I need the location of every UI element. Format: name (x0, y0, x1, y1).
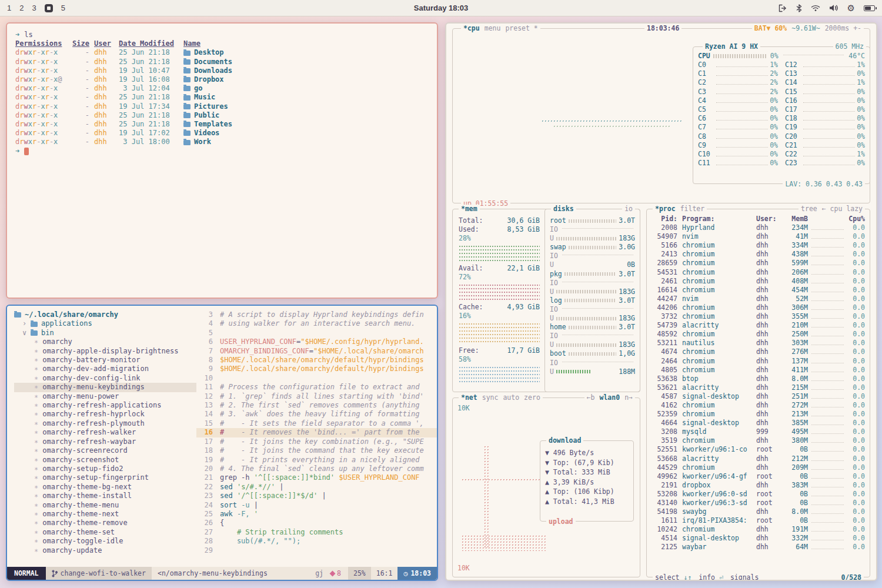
process-row[interactable]: 2461 chromium dhh 408M 0.0 (647, 277, 870, 286)
process-row[interactable]: 49962 kworker/u96:4-gf root 0B 0.0 (647, 472, 870, 481)
workspace-button[interactable]: 3 (32, 4, 36, 12)
process-row[interactable]: 4514 signal-desktop dhh 332M 0.0 (647, 534, 870, 543)
process-row[interactable]: 5166 chromium dhh 334M 0.0 (647, 241, 870, 250)
tree-file-item[interactable]: ∗ omarchy-refresh-applications (14, 401, 196, 410)
io-tab[interactable]: io (622, 205, 635, 213)
process-row[interactable]: 2191 dropbox dhh 383M 0.0 (647, 481, 870, 490)
net-tab[interactable]: zero (524, 393, 540, 402)
info-button[interactable]: info (699, 573, 715, 581)
net-tab[interactable]: *net (461, 393, 477, 402)
code-editor[interactable]: 3 # A script to display Hyprland keybind… (196, 306, 437, 568)
settings-gear-icon[interactable]: ⚙ (847, 4, 855, 12)
update-interval-control[interactable]: 2000ms +- (825, 24, 861, 32)
process-row[interactable]: 3208 mysqld 999 495M 0.0 (647, 427, 870, 436)
process-row[interactable]: 44206 chromium dhh 306M 0.0 (647, 303, 870, 312)
tree-file-item[interactable]: ∗ omarchy-menu-power (14, 392, 196, 401)
process-row[interactable]: 43140 kworker/u96:3-sd root 0B 0.0 (647, 499, 870, 507)
tree-file-item[interactable]: ∗ omarchy-screenshot (14, 456, 196, 465)
process-row[interactable]: 16614 chromium dhh 454M 0.0 (647, 286, 870, 295)
tree-file-item[interactable]: ∗ omarchy-refresh-hyprlock (14, 410, 196, 419)
tree-file-item[interactable]: ∗ omarchy-apple-display-brightness (14, 347, 196, 356)
header-cpu[interactable]: Cpu% (847, 215, 865, 223)
interface-selector[interactable]: ←b wlan0 n→ (584, 393, 635, 402)
process-row[interactable]: 4805 chromium dhh 411M 0.0 (647, 366, 870, 375)
tree-file-item[interactable]: ∗ omarchy-menu-keybindings (14, 383, 196, 392)
net-tab[interactable]: sync (482, 393, 499, 402)
tree-file-item[interactable]: ∗ omarchy-update (14, 546, 196, 555)
process-row[interactable]: 53638 btop dhh 8.0M 0.0 (647, 375, 870, 383)
process-row[interactable]: 4674 chromium dhh 276M 0.0 (647, 348, 870, 356)
process-row[interactable]: 53211 nautilus dhh 303M 0.0 (647, 339, 870, 348)
git-branch[interactable]: change-wofi-to-walker (46, 567, 152, 580)
workspace-button[interactable]: 2 (19, 4, 24, 12)
process-row[interactable]: 4587 signal-desktop dhh 251M 0.0 (647, 392, 870, 401)
process-row[interactable]: 2125 waybar dhh 64M 0.0 (647, 543, 870, 552)
process-row[interactable]: 2413 chromium dhh 438M 0.0 (647, 250, 870, 259)
header-mem[interactable]: MemB (782, 215, 808, 223)
cpu-tab[interactable]: preset * (505, 24, 537, 32)
proc-option[interactable]: ← cpu lazy (822, 205, 863, 213)
terminal-prompt-line[interactable]: ➜ (15, 147, 429, 156)
tree-file-item[interactable]: ∗ omarchy-theme-menu (14, 501, 196, 510)
process-row[interactable]: 44247 nvim dhh 52M 0.0 (647, 295, 870, 303)
proc-tab[interactable]: filter (680, 205, 705, 213)
tree-file-item[interactable]: ∗ omarchy-toggle-idle (14, 537, 196, 546)
net-tab[interactable]: auto (503, 393, 519, 402)
process-row[interactable]: 4664 signal-desktop dhh 385M 0.0 (647, 419, 870, 427)
process-row[interactable]: 28659 chromium dhh 599M 0.0 (647, 259, 870, 268)
tree-file-item[interactable]: ∗ omarchy (14, 338, 196, 346)
process-row[interactable]: 3519 chromium dhh 380M 0.0 (647, 436, 870, 445)
process-row[interactable]: 54907 nvim dhh 41M 0.0 (647, 232, 870, 241)
process-row[interactable]: 1611 irq/81-PIXA3854: root 0B 0.0 (647, 516, 870, 525)
tree-file-item[interactable]: ∗ omarchy-theme-next (14, 510, 196, 519)
process-row[interactable]: 4162 chromium dhh 272M 0.0 (647, 401, 870, 410)
process-row[interactable]: 53208 kworker/u96:0-sd root 0B 0.0 (647, 490, 870, 499)
volume-icon[interactable] (829, 4, 838, 12)
tree-file-item[interactable]: ∗ omarchy-theme-install (14, 492, 196, 500)
process-row[interactable]: 10242 chromium dhh 191M 0.0 (647, 525, 870, 534)
cpu-tab[interactable]: *cpu (463, 24, 480, 32)
workspace-button[interactable]: 5 (61, 4, 65, 12)
tree-file-item[interactable]: ∗ omarchy-refresh-walker (14, 428, 196, 437)
tree-folder[interactable]: ∨ bin (14, 329, 196, 338)
bluetooth-icon[interactable] (796, 4, 802, 12)
cpu-tab[interactable]: menu (485, 24, 501, 32)
workspace-active-indicator[interactable] (45, 4, 53, 12)
process-row[interactable]: 44529 chromium dhh 209M 0.0 (647, 463, 870, 472)
tree-file-item[interactable]: ∗ omarchy-setup-fido2 (14, 465, 196, 473)
tree-file-item[interactable]: ∗ omarchy-dev-config-link (14, 374, 196, 383)
tree-file-item[interactable]: ∗ omarchy-screenrecord (14, 446, 196, 455)
tree-root[interactable]: ~/.local/share/omarchy (14, 310, 196, 319)
tree-file-item[interactable]: ∗ omarchy-theme-remove (14, 519, 196, 527)
tree-file-item[interactable]: ∗ omarchy-dev-add-migration (14, 365, 196, 373)
tree-file-item[interactable]: ∗ omarchy-refresh-waybar (14, 437, 196, 446)
signals-button[interactable]: signals (730, 573, 759, 581)
tree-file-item[interactable]: ∗ omarchy-refresh-plymouth (14, 419, 196, 428)
process-row[interactable]: 52551 kworker/u96:1-co root 0B 0.0 (647, 445, 870, 454)
tree-file-item[interactable]: ∗ omarchy-theme-bg-next (14, 483, 196, 492)
disks-tab[interactable]: disks (551, 205, 576, 213)
wifi-icon[interactable] (811, 4, 820, 12)
tree-file-item[interactable]: ∗ omarchy-theme-set (14, 528, 196, 537)
header-user[interactable]: User: (756, 215, 782, 223)
process-row[interactable]: 3732 chromium dhh 355M 0.0 (647, 312, 870, 321)
workspace-button[interactable]: 1 (7, 4, 11, 12)
process-row[interactable]: 53668 alacritty dhh 212M 0.0 (647, 455, 870, 463)
select-button[interactable]: select (655, 573, 680, 581)
proc-option[interactable]: tree (801, 205, 817, 213)
tree-folder[interactable]: › applications (14, 319, 196, 328)
process-row[interactable]: 53621 alacritty dhh 215M 0.0 (647, 383, 870, 392)
tree-file-item[interactable]: ∗ omarchy-setup-fingerprint (14, 473, 196, 482)
process-row[interactable]: 54739 alacritty dhh 210M 0.0 (647, 321, 870, 330)
process-row[interactable]: 52359 chromium dhh 213M 0.0 (647, 410, 870, 419)
process-row[interactable]: 54531 chromium dhh 206M 0.0 (647, 268, 870, 277)
logout-icon[interactable] (778, 4, 787, 12)
process-row[interactable]: 2008 Hyprland dhh 234M 0.0 (647, 223, 870, 232)
mem-tab[interactable]: *mem (461, 205, 477, 213)
header-program[interactable]: Program: (682, 215, 756, 223)
proc-tab[interactable]: *proc (655, 205, 676, 213)
header-pid[interactable]: Pid: (652, 215, 677, 223)
process-row[interactable]: 54198 swaybg dhh 8.0M 0.0 (647, 507, 870, 516)
tree-file-item[interactable]: ∗ omarchy-battery-monitor (14, 356, 196, 365)
process-row[interactable]: 48592 chromium dhh 250M 0.0 (647, 330, 870, 339)
